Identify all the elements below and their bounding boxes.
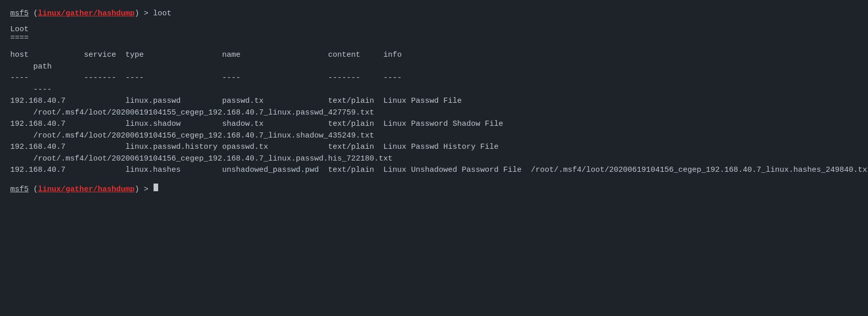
prompt-cmd: > loot [139,9,171,18]
bottom-prompt-space [29,185,33,194]
loot-section: Loot ==== host service type name content… [10,25,858,176]
loot-title: Loot [10,25,858,34]
terminal-window: msf5 (linux/gather/hashdump) > loot Loot… [10,9,858,194]
bottom-paren-close: ) [135,185,139,194]
data-rows: 192.168.40.7 linux.passwd passwd.tx text… [10,96,858,176]
prompt-space [29,9,33,18]
msf-label: msf5 [10,9,29,18]
bottom-prompt-line[interactable]: msf5 (linux/gather/hashdump) > [10,184,858,194]
loot-equals: ==== [10,34,858,42]
prompt-paren-close: ) [135,9,139,18]
terminal-cursor [154,184,158,191]
prompt-paren-open: ( [33,9,38,18]
bottom-msf-label: msf5 [10,185,29,194]
table-header: host service type name content info path… [10,50,858,96]
bottom-paren-open: ( [33,185,38,194]
top-prompt-line: msf5 (linux/gather/hashdump) > loot [10,9,858,18]
bottom-prompt-module: linux/gather/hashdump [38,185,135,194]
prompt-module: linux/gather/hashdump [38,9,135,18]
bottom-prompt-symbol: > [139,185,153,194]
